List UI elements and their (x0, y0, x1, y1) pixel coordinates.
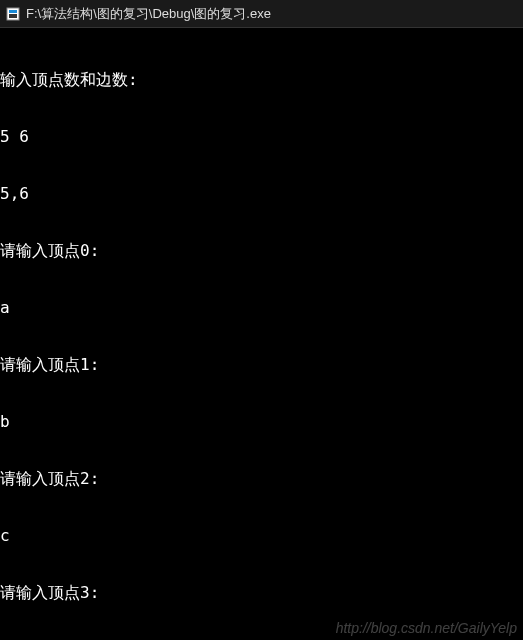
console-line: b (0, 412, 523, 431)
console-line: 请输入顶点2: (0, 469, 523, 488)
console-line: a (0, 298, 523, 317)
console-line: 请输入顶点0: (0, 241, 523, 260)
console-line: 输入顶点数和边数: (0, 70, 523, 89)
console-line: c (0, 526, 523, 545)
window-title: F:\算法结构\图的复习\Debug\图的复习.exe (26, 5, 271, 23)
console-line: 5 6 (0, 127, 523, 146)
svg-rect-1 (9, 10, 17, 13)
watermark-text: http://blog.csdn.net/GailyYelp (336, 620, 517, 636)
title-bar: F:\算法结构\图的复习\Debug\图的复习.exe (0, 0, 523, 28)
svg-rect-2 (9, 14, 17, 18)
console-line: 请输入顶点1: (0, 355, 523, 374)
console-line: 5,6 (0, 184, 523, 203)
console-line: 请输入顶点3: (0, 583, 523, 602)
console-output: 输入顶点数和边数: 5 6 5,6 请输入顶点0: a 请输入顶点1: b 请输… (0, 28, 523, 640)
app-icon (6, 7, 20, 21)
